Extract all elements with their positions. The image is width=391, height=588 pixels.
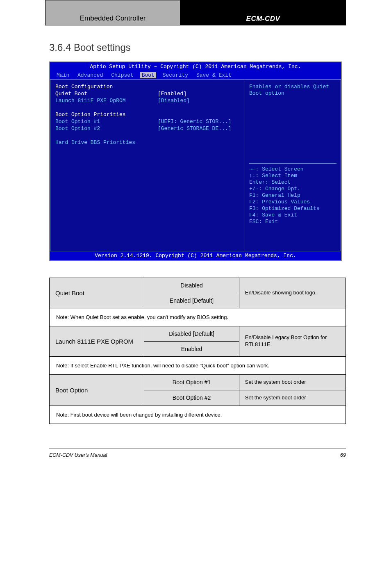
note-text: Note: When Quiet Boot set as enable, you… bbox=[50, 308, 346, 326]
bios-setting-label: Boot Configuration bbox=[55, 84, 158, 91]
table-row: Quiet Boot Disabled En/Disable showing b… bbox=[50, 278, 346, 293]
bios-setting-row[interactable]: Launch 8111E PXE OpROM[Disabled] bbox=[55, 98, 240, 105]
bios-help-panel: Enables or disables Quiet Boot option →←… bbox=[245, 79, 341, 251]
bios-setting-row[interactable]: Boot Option #1[UEFI: Generic STOR...] bbox=[55, 119, 240, 125]
header-right: ECM-CDV bbox=[180, 0, 346, 25]
note-text: Note: First boot device will been change… bbox=[50, 406, 346, 424]
opt-choice: Boot Option #2 bbox=[144, 390, 239, 406]
bios-setting-value: [Enabled] bbox=[158, 91, 240, 98]
bios-setting-label: Quiet Boot bbox=[55, 91, 158, 98]
footer-page-number: 69 bbox=[340, 452, 346, 458]
bios-help-key: F1: General Help bbox=[249, 192, 336, 199]
bios-help-desc: Enables or disables Quiet Boot option bbox=[249, 84, 336, 162]
bios-screenshot: Aptio Setup Utility – Copyright (C) 2011… bbox=[49, 62, 342, 261]
opt-name: Quiet Boot bbox=[50, 278, 144, 308]
bios-setting-row: Boot Option Priorities bbox=[55, 112, 240, 119]
footer-rule bbox=[49, 449, 346, 449]
bios-setting-row: Hard Drive BBS Priorities bbox=[55, 139, 240, 146]
opt-desc: En/Disable showing boot logo. bbox=[239, 278, 346, 308]
bios-setting-value: [UEFI: Generic STOR...] bbox=[158, 119, 240, 125]
table-note-row: Note: When Quiet Boot set as enable, you… bbox=[50, 308, 346, 326]
table-row: Launch 8111E PXE OpROM Disabled [Default… bbox=[50, 326, 346, 341]
bios-title-bar: Aptio Setup Utility – Copyright (C) 2011… bbox=[50, 62, 341, 71]
bios-setting-value bbox=[158, 84, 240, 91]
table-note-row: Note: If select Enable RTL PXE function,… bbox=[50, 356, 346, 374]
bios-help-key: F2: Previous Values bbox=[249, 199, 336, 205]
bios-help-key: F4: Save & Exit bbox=[249, 212, 336, 219]
bios-help-key: Enter: Select bbox=[249, 179, 336, 186]
bios-help-key: +/-: Change Opt. bbox=[249, 186, 336, 192]
opt-name: Boot Option bbox=[50, 374, 144, 406]
header-left: Embedded Controller bbox=[45, 0, 180, 25]
bios-version-footer: Version 2.14.1219. Copyright (C) 2011 Am… bbox=[50, 251, 341, 260]
bios-setting-label: Hard Drive BBS Priorities bbox=[55, 139, 158, 146]
opt-choice: Boot Option #1 bbox=[144, 374, 239, 390]
bios-setting-row[interactable]: Quiet Boot[Enabled] bbox=[55, 91, 240, 98]
opt-desc: Set the system boot order bbox=[239, 390, 346, 406]
bios-help-key: ESC: Exit bbox=[249, 219, 336, 225]
bios-tab-security[interactable]: Security bbox=[161, 72, 190, 79]
bios-help-key: ↑↓: Select Item bbox=[249, 173, 336, 179]
bios-tab-chipset[interactable]: Chipset bbox=[109, 72, 135, 79]
bios-setting-row[interactable]: Boot Option #2[Generic STORAGE DE...] bbox=[55, 125, 240, 132]
bios-help-key: F3: Optimized Defaults bbox=[249, 205, 336, 212]
bios-setting-label: Boot Option #1 bbox=[55, 119, 158, 125]
table-row: Boot Option Boot Option #1 Set the syste… bbox=[50, 374, 346, 390]
section-title: 3.6.4 Boot settings bbox=[49, 42, 391, 53]
bios-setting-label: Launch 8111E PXE OpROM bbox=[55, 98, 158, 105]
bios-main-panel: Boot ConfigurationQuiet Boot[Enabled]Lau… bbox=[50, 79, 245, 251]
bios-setting-value: [Disabled] bbox=[158, 98, 240, 105]
bios-setting-value bbox=[158, 139, 240, 146]
bios-setting-value bbox=[158, 112, 240, 119]
opt-choice: Disabled [Default] bbox=[144, 326, 239, 341]
opt-choice: Enabled [Default] bbox=[144, 293, 239, 308]
opt-desc: En/Disable Legacy Boot Option for RTL811… bbox=[239, 326, 346, 356]
bios-setting-row bbox=[55, 105, 240, 112]
options-table: Quiet Boot Disabled En/Disable showing b… bbox=[49, 278, 346, 424]
footer-left: ECM-CDV User's Manual bbox=[49, 452, 107, 458]
opt-choice: Disabled bbox=[144, 278, 239, 293]
bios-setting-label bbox=[55, 105, 158, 112]
bios-setting-value bbox=[158, 132, 240, 139]
note-text: Note: If select Enable RTL PXE function,… bbox=[50, 356, 346, 374]
bios-setting-row: Boot Configuration bbox=[55, 84, 240, 91]
bios-setting-label: Boot Option Priorities bbox=[55, 112, 158, 119]
page-header: Embedded Controller ECM-CDV bbox=[45, 0, 346, 25]
page-footer: ECM-CDV User's Manual 69 bbox=[49, 452, 346, 458]
bios-tab-row: Main Advanced Chipset Boot Security Save… bbox=[50, 71, 341, 80]
bios-tab-main[interactable]: Main bbox=[55, 72, 71, 79]
bios-tab-advanced[interactable]: Advanced bbox=[76, 72, 105, 79]
opt-name: Launch 8111E PXE OpROM bbox=[50, 326, 144, 356]
table-note-row: Note: First boot device will been change… bbox=[50, 406, 346, 424]
opt-choice: Enabled bbox=[144, 341, 239, 356]
opt-desc: Set the system boot order bbox=[239, 374, 346, 390]
bios-tab-boot[interactable]: Boot bbox=[140, 72, 156, 79]
bios-setting-value bbox=[158, 105, 240, 112]
bios-setting-label: Boot Option #2 bbox=[55, 125, 158, 132]
bios-help-key: →←: Select Screen bbox=[249, 166, 336, 173]
bios-setting-row bbox=[55, 132, 240, 139]
bios-setting-label bbox=[55, 132, 158, 139]
bios-setting-value: [Generic STORAGE DE...] bbox=[158, 125, 240, 132]
bios-tab-save-exit[interactable]: Save & Exit bbox=[195, 72, 233, 79]
